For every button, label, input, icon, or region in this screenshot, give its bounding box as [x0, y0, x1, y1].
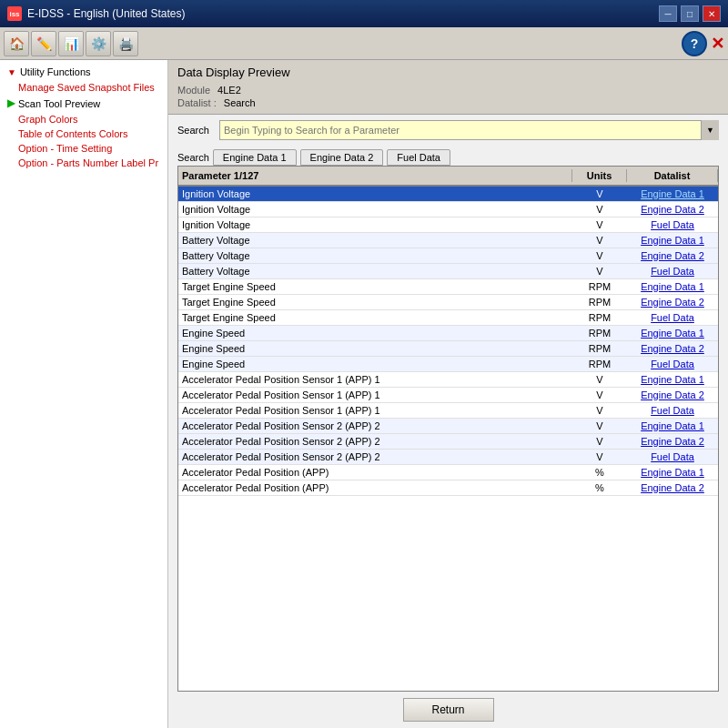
table-header: Parameter 1/127 Units Datalist — [178, 167, 718, 187]
table-row[interactable]: Ignition Voltage V Engine Data 2 — [178, 202, 718, 217]
td-datalist[interactable]: Fuel Data — [627, 310, 718, 325]
datalist-value: Search — [224, 97, 256, 108]
td-datalist[interactable]: Engine Data 1 — [627, 233, 718, 248]
td-datalist[interactable]: Engine Data 1 — [627, 187, 718, 201]
title-bar: iss E-IDSS - English (United States) ─ □… — [0, 0, 728, 27]
td-datalist[interactable]: Engine Data 2 — [627, 202, 718, 217]
td-datalist[interactable]: Engine Data 2 — [627, 248, 718, 263]
table-row[interactable]: Engine Speed RPM Engine Data 1 — [178, 326, 718, 341]
table-row[interactable]: Target Engine Speed RPM Fuel Data — [178, 310, 718, 326]
table-body[interactable]: Ignition Voltage V Engine Data 1 Ignitio… — [178, 187, 718, 687]
td-param: Target Engine Speed — [178, 295, 572, 309]
table-row[interactable]: Battery Voltage V Engine Data 2 — [178, 248, 718, 264]
td-param: Battery Voltage — [178, 264, 572, 278]
footer: Return — [168, 692, 728, 728]
table-row[interactable]: Engine Speed RPM Engine Data 2 — [178, 341, 718, 357]
search-section: Search ▼ — [168, 115, 728, 149]
tab-engine-data-2[interactable]: Engine Data 2 — [300, 149, 384, 166]
search-input[interactable] — [219, 120, 719, 140]
td-param: Target Engine Speed — [178, 279, 572, 294]
td-datalist[interactable]: Engine Data 2 — [627, 295, 718, 309]
tab-fuel-data[interactable]: Fuel Data — [387, 149, 450, 166]
td-datalist[interactable]: Fuel Data — [627, 357, 718, 371]
td-datalist[interactable]: Engine Data 1 — [627, 372, 718, 387]
sidebar-item-graph-colors[interactable]: Graph Colors — [0, 112, 167, 126]
td-units: V — [572, 372, 627, 387]
table-row[interactable]: Accelerator Pedal Position Sensor 1 (APP… — [178, 372, 718, 388]
minimize-button[interactable]: ─ — [659, 5, 677, 22]
td-datalist[interactable]: Engine Data 2 — [627, 341, 718, 356]
table-row[interactable]: Ignition Voltage V Fuel Data — [178, 217, 718, 233]
td-param: Ignition Voltage — [178, 187, 572, 201]
print-tool-button[interactable]: 🖨️ — [113, 31, 138, 56]
td-units: RPM — [572, 326, 627, 340]
td-param: Engine Speed — [178, 326, 572, 340]
help-button[interactable]: ? — [682, 31, 707, 56]
search-dropdown-button[interactable]: ▼ — [701, 120, 719, 140]
td-units: V — [572, 388, 627, 402]
sidebar-item-toc-colors[interactable]: Table of Contents Colors — [0, 126, 167, 141]
table-row[interactable]: Accelerator Pedal Position Sensor 2 (APP… — [178, 450, 718, 465]
graph-tool-button[interactable]: 📊 — [58, 31, 84, 56]
td-datalist[interactable]: Engine Data 2 — [627, 480, 718, 495]
td-param: Accelerator Pedal Position Sensor 1 (APP… — [178, 388, 572, 402]
table-row[interactable]: Ignition Voltage V Engine Data 1 — [178, 187, 718, 202]
td-datalist[interactable]: Engine Data 2 — [627, 388, 718, 402]
content-area: Data Display Preview Module 4LE2 Datalis… — [168, 60, 728, 728]
home-tool-button[interactable]: 🏠 — [4, 31, 29, 56]
table-row[interactable]: Accelerator Pedal Position Sensor 1 (APP… — [178, 403, 718, 419]
datalist-label: Datalist : — [177, 97, 217, 108]
table-row[interactable]: Accelerator Pedal Position Sensor 2 (APP… — [178, 434, 718, 450]
table-row[interactable]: Accelerator Pedal Position (APP) % Engin… — [178, 480, 718, 496]
td-units: RPM — [572, 279, 627, 294]
th-parameter: Parameter 1/127 — [178, 169, 572, 182]
td-units: V — [572, 403, 627, 418]
close-button[interactable]: ✕ — [703, 5, 721, 22]
content-header: Data Display Preview Module 4LE2 Datalis… — [168, 60, 728, 115]
active-indicator-icon: ▶ — [7, 97, 15, 109]
table-row[interactable]: Engine Speed RPM Fuel Data — [178, 357, 718, 372]
td-datalist[interactable]: Fuel Data — [627, 403, 718, 418]
return-button[interactable]: Return — [403, 698, 494, 722]
sidebar-item-parts-number[interactable]: Option - Parts Number Label Pr — [0, 156, 167, 170]
module-value: 4LE2 — [217, 85, 241, 96]
td-datalist[interactable]: Engine Data 1 — [627, 326, 718, 340]
maximize-button[interactable]: □ — [681, 5, 699, 22]
td-param: Ignition Voltage — [178, 202, 572, 217]
module-label: Module — [177, 85, 210, 96]
sidebar-item-manage-snapshots[interactable]: Manage Saved Snapshot Files — [0, 80, 167, 95]
sidebar-utility-header[interactable]: ▼ Utility Functions — [0, 64, 167, 80]
scan-tool-preview-label: Scan Tool Preview — [18, 98, 100, 109]
app-icon: iss — [7, 6, 22, 21]
table-row[interactable]: Target Engine Speed RPM Engine Data 1 — [178, 279, 718, 295]
table-row[interactable]: Battery Voltage V Fuel Data — [178, 264, 718, 279]
td-param: Engine Speed — [178, 357, 572, 371]
td-units: V — [572, 202, 627, 217]
toolbar-close-button[interactable]: ✕ — [711, 34, 724, 54]
td-datalist[interactable]: Engine Data 2 — [627, 434, 718, 449]
td-datalist[interactable]: Engine Data 1 — [627, 279, 718, 294]
content-title: Data Display Preview — [177, 66, 719, 79]
table-row[interactable]: Battery Voltage V Engine Data 1 — [178, 233, 718, 248]
sidebar-item-time-setting[interactable]: Option - Time Setting — [0, 141, 167, 156]
td-param: Engine Speed — [178, 341, 572, 356]
table-row[interactable]: Accelerator Pedal Position Sensor 2 (APP… — [178, 419, 718, 434]
table-row[interactable]: Accelerator Pedal Position (APP) % Engin… — [178, 465, 718, 480]
td-param: Accelerator Pedal Position Sensor 2 (APP… — [178, 434, 572, 449]
td-datalist[interactable]: Engine Data 1 — [627, 419, 718, 433]
td-units: V — [572, 419, 627, 433]
sidebar-item-scan-tool-preview[interactable]: ▶ Scan Tool Preview — [0, 95, 167, 112]
td-datalist[interactable]: Engine Data 1 — [627, 465, 718, 480]
td-param: Accelerator Pedal Position (APP) — [178, 480, 572, 495]
td-datalist[interactable]: Fuel Data — [627, 217, 718, 232]
td-datalist[interactable]: Fuel Data — [627, 264, 718, 278]
td-datalist[interactable]: Fuel Data — [627, 450, 718, 464]
td-param: Accelerator Pedal Position Sensor 1 (APP… — [178, 403, 572, 418]
settings-tool-button[interactable]: ⚙️ — [86, 31, 111, 56]
table-row[interactable]: Accelerator Pedal Position Sensor 1 (APP… — [178, 388, 718, 403]
td-units: % — [572, 465, 627, 480]
table-row[interactable]: Target Engine Speed RPM Engine Data 2 — [178, 295, 718, 310]
tab-engine-data-1[interactable]: Engine Data 1 — [213, 149, 297, 166]
th-datalist: Datalist — [627, 169, 718, 182]
edit-tool-button[interactable]: ✏️ — [31, 31, 56, 56]
